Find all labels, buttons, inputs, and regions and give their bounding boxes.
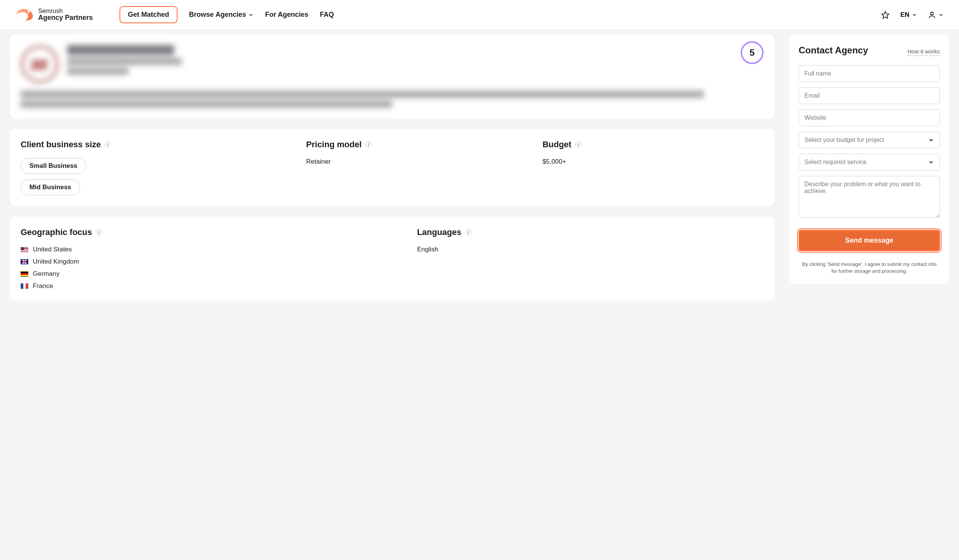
chevron-down-icon xyxy=(248,12,253,18)
nav-faq[interactable]: FAQ xyxy=(320,11,334,19)
flag-fr-icon xyxy=(21,283,28,289)
languages-heading: Languages i xyxy=(417,227,764,237)
info-icon[interactable]: i xyxy=(105,142,111,148)
language-switcher[interactable]: EN xyxy=(900,11,917,19)
flag-de-icon xyxy=(21,271,28,277)
star-icon xyxy=(881,11,890,19)
geo-item: Germany xyxy=(21,270,402,278)
geo-focus-heading: Geographic focus i xyxy=(21,227,402,237)
favorite-button[interactable] xyxy=(881,11,890,19)
budget-heading: Budget i xyxy=(542,140,764,150)
info-icon[interactable]: i xyxy=(465,229,471,235)
agency-profile-card: 5 xyxy=(10,34,774,118)
svg-point-0 xyxy=(27,10,30,13)
primary-nav: Get Matched Browse Agencies For Agencies… xyxy=(119,6,334,23)
chevron-down-icon xyxy=(928,159,934,165)
geo-item: United Kingdom xyxy=(21,258,402,266)
full-name-input[interactable] xyxy=(799,65,940,82)
agency-score-badge: 5 xyxy=(741,41,764,64)
info-icon[interactable]: i xyxy=(365,142,371,148)
pricing-model-value: Retainer xyxy=(306,158,527,166)
client-size-chip[interactable]: Mid Business xyxy=(21,179,80,195)
chevron-down-icon xyxy=(938,12,944,18)
agency-description-blurred xyxy=(21,91,764,108)
service-select-label: Select required service xyxy=(804,159,867,166)
send-message-button[interactable]: Send message xyxy=(799,230,940,251)
flag-uk-icon xyxy=(21,259,28,264)
website-input[interactable] xyxy=(799,109,940,126)
brand-line-1: Semrush xyxy=(38,8,93,14)
language-value: English xyxy=(417,246,764,253)
nav-browse-agencies[interactable]: Browse Agencies xyxy=(189,11,253,19)
flag-us-icon xyxy=(21,247,28,252)
nav-browse-label: Browse Agencies xyxy=(189,11,246,19)
agency-details-card: Client business size i Small Business Mi… xyxy=(10,129,774,206)
how-it-works-link[interactable]: How it works xyxy=(907,48,940,56)
pricing-model-heading: Pricing model i xyxy=(306,140,527,150)
brand[interactable]: Semrush Agency Partners xyxy=(15,8,93,22)
service-select[interactable]: Select required service xyxy=(799,154,940,171)
budget-select-label: Select your budget for project xyxy=(804,137,884,143)
budget-select[interactable]: Select your budget for project xyxy=(799,132,940,148)
description-textarea[interactable] xyxy=(799,176,940,218)
site-header: Semrush Agency Partners Get Matched Brow… xyxy=(0,0,959,30)
email-input[interactable] xyxy=(799,87,940,104)
brand-line-2: Agency Partners xyxy=(38,14,93,22)
geo-item: United States xyxy=(21,246,402,253)
agency-avatar-blurred xyxy=(21,45,59,83)
chevron-down-icon xyxy=(928,137,934,143)
agency-title-blurred xyxy=(67,45,182,75)
contact-title: Contact Agency xyxy=(799,45,868,56)
geo-item: France xyxy=(21,282,402,290)
language-label: EN xyxy=(900,11,909,19)
legal-disclaimer: By clicking 'Send message', I agree to s… xyxy=(799,261,940,275)
account-menu[interactable] xyxy=(928,11,944,19)
client-size-chip[interactable]: Small Business xyxy=(21,158,86,174)
agency-geo-card: Geographic focus i United States United … xyxy=(10,217,774,301)
budget-value: $5,000+ xyxy=(542,158,764,166)
contact-agency-card: Contact Agency How it works Select your … xyxy=(789,34,949,284)
semrush-logo-icon xyxy=(15,8,34,21)
info-icon[interactable]: i xyxy=(575,142,581,148)
nav-get-matched[interactable]: Get Matched xyxy=(119,6,178,23)
nav-for-agencies[interactable]: For Agencies xyxy=(265,11,308,19)
svg-marker-1 xyxy=(882,11,889,18)
svg-point-2 xyxy=(930,12,933,14)
client-size-heading: Client business size i xyxy=(21,140,291,150)
chevron-down-icon xyxy=(912,12,917,18)
agency-score-value: 5 xyxy=(749,47,754,58)
user-icon xyxy=(928,11,936,19)
info-icon[interactable]: i xyxy=(96,229,102,235)
